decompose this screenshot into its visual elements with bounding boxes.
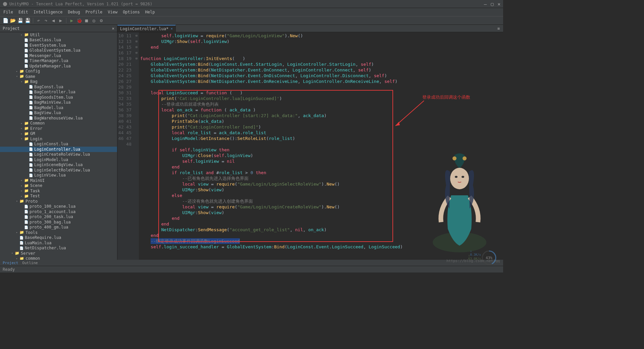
run-icon[interactable]: ▶ xyxy=(69,18,74,23)
tree-folder[interactable]: ▸📁Scene xyxy=(0,183,117,189)
tree-file[interactable]: 📄proto_300_bag.lua xyxy=(0,219,117,225)
tree-folder[interactable]: ▸📁Util xyxy=(0,32,117,38)
fold-column[interactable]: ⊟ ⊟ ⊟ ⊟ ⊟ xyxy=(134,32,139,260)
open-icon[interactable]: 📂 xyxy=(10,18,15,23)
tree-file[interactable]: 📄NetDispatcher.lua xyxy=(0,246,117,251)
tree-file[interactable]: 📄LoginConst.lua xyxy=(0,142,117,147)
line-numbers[interactable]: 10 11 12 13 14 15 16 17 18 19 20 21 22 2… xyxy=(117,32,134,260)
tab-project[interactable]: Project xyxy=(3,261,18,265)
project-tree[interactable]: ▸📁Util📄BaseClass.lua📄EventSystem.lua📄Glo… xyxy=(0,32,117,260)
editor-area: LoginController.lua* × ≡ 10 11 12 13 14 … xyxy=(117,25,503,260)
save-icon[interactable]: 💾 xyxy=(17,18,23,23)
tabs-menu-icon[interactable]: ≡ xyxy=(497,26,500,31)
tree-file[interactable]: 📄proto_200_task.lua xyxy=(0,214,117,220)
tree-file[interactable]: 📄LoginView.lua xyxy=(0,173,117,178)
toolbar: 📄 📂 💾 💾 ↶ ↷ ◀ ▶ ▶ 🐞 ■ ◎ ⚙ xyxy=(0,16,503,25)
tree-file[interactable]: 📄BagController.lua xyxy=(0,90,117,95)
tree-file[interactable]: 📄LoginSceneBgView.lua xyxy=(0,162,117,168)
menu-file[interactable]: File xyxy=(3,10,13,14)
tree-folder[interactable]: ▸📁Tools xyxy=(0,230,117,235)
tree-folder[interactable]: ▸📁GM xyxy=(0,131,117,137)
debug-icon[interactable]: 🐞 xyxy=(76,18,82,23)
bottom-tabs: Project Outline xyxy=(0,260,503,266)
menu-debug[interactable]: Debug xyxy=(68,10,80,14)
tree-file[interactable]: 📄BaseRequire.lua xyxy=(0,235,117,241)
status-bar: Ready xyxy=(0,266,503,272)
panel-close-icon[interactable]: × xyxy=(112,26,114,31)
tab-label: LoginController.lua* xyxy=(120,27,169,31)
tree-folder[interactable]: ▾📁Server xyxy=(0,251,117,256)
tree-folder[interactable]: ▸📁Error xyxy=(0,126,117,131)
tree-file[interactable]: 📄BagGoodsItem.lua xyxy=(0,95,117,100)
forward-icon[interactable]: ▶ xyxy=(58,18,63,23)
maximize-icon[interactable]: ▢ xyxy=(491,1,493,7)
project-sidebar: Project × ▸📁Util📄BaseClass.lua📄EventSyst… xyxy=(0,25,117,260)
tree-folder[interactable]: ▸📁common xyxy=(0,256,117,260)
tree-folder[interactable]: ▾📁Game xyxy=(0,74,117,79)
undo-icon[interactable]: ↶ xyxy=(36,18,41,23)
menubar: FileEditIntelligenceDebugProfileViewOpti… xyxy=(0,8,503,16)
tree-folder[interactable]: ▾📁Bag xyxy=(0,79,117,85)
watermark: https://blog.csdn.net/qq xyxy=(446,259,500,263)
tree-file[interactable]: 📄proto_1_account.lua xyxy=(0,209,117,214)
close-icon[interactable]: ✕ xyxy=(498,1,500,7)
tree-folder[interactable]: ▸📁Test xyxy=(0,194,117,199)
panel-title: Project xyxy=(3,26,20,31)
tree-folder[interactable]: ▸📁Task xyxy=(0,188,117,194)
tree-file[interactable]: 📄EventSystem.lua xyxy=(0,43,117,48)
code-body[interactable]: self.loginView = require("Game/Login/Log… xyxy=(139,32,503,260)
tree-folder[interactable]: ▸📁MainUI xyxy=(0,178,117,183)
tree-file[interactable]: 📄BaseClass.lua xyxy=(0,38,117,43)
tree-file[interactable]: 📄BagConst.lua xyxy=(0,84,117,90)
code-editor[interactable]: 10 11 12 13 14 15 16 17 18 19 20 21 22 2… xyxy=(117,32,503,260)
redo-icon[interactable]: ↷ xyxy=(43,18,49,23)
settings-icon[interactable]: ⚙ xyxy=(99,18,104,23)
minimize-icon[interactable]: — xyxy=(484,1,487,7)
tree-file[interactable]: 📄LoginController.lua xyxy=(0,147,117,152)
menu-help[interactable]: Help xyxy=(145,10,155,14)
status-text: Ready xyxy=(3,267,15,272)
tree-folder[interactable]: ▾📁Login xyxy=(0,136,117,142)
tree-file[interactable]: 📄proto_400_gm.lua xyxy=(0,225,117,230)
titlebar: UnityMMO - Tencent Lua Perfect, Version … xyxy=(0,0,503,8)
tree-file[interactable]: 📄BagMainView.lua xyxy=(0,100,117,105)
tree-file[interactable]: 📄LoginCreateRoleView.lua xyxy=(0,152,117,157)
annotation-text: 登录成功后回调这个函数 xyxy=(422,94,470,100)
editor-tabs: LoginController.lua* × ≡ xyxy=(117,25,503,32)
tab-close-icon[interactable]: × xyxy=(171,27,173,31)
window-title: UnityMMO - Tencent Lua Perfect, Version … xyxy=(9,2,152,6)
menu-profile[interactable]: Profile xyxy=(86,10,103,14)
tree-file[interactable]: 📄TimerManager.lua xyxy=(0,58,117,64)
target-icon[interactable]: ◎ xyxy=(91,18,97,23)
tree-file[interactable]: 📄LoginModel.lua xyxy=(0,157,117,162)
tree-file[interactable]: 📄UpdateManager.lua xyxy=(0,63,117,69)
menu-view[interactable]: View xyxy=(108,10,117,14)
tree-file[interactable]: 📄GlobalEventSystem.lua xyxy=(0,48,117,53)
tree-file[interactable]: 📄BagView.lua xyxy=(0,110,117,116)
tree-folder[interactable]: ▾📁Proto xyxy=(0,199,117,204)
stop-icon[interactable]: ■ xyxy=(84,18,89,23)
tree-file[interactable]: 📄Messenger.lua xyxy=(0,53,117,58)
app-logo-icon xyxy=(3,2,7,6)
tree-file[interactable]: 📄proto_100_scene.lua xyxy=(0,204,117,209)
save-all-icon[interactable]: 💾 xyxy=(25,18,30,23)
tree-folder[interactable]: ▸📁Common xyxy=(0,121,117,126)
tree-folder[interactable]: ▸📁Config xyxy=(0,69,117,74)
menu-options[interactable]: Options xyxy=(123,10,140,14)
tree-file[interactable]: 📄BagModel.lua xyxy=(0,105,117,110)
menu-edit[interactable]: Edit xyxy=(18,10,28,14)
tree-file[interactable]: 📄LuaMain.lua xyxy=(0,240,117,246)
new-file-icon[interactable]: 📄 xyxy=(3,18,8,23)
back-icon[interactable]: ◀ xyxy=(51,18,56,23)
tab-login-controller[interactable]: LoginController.lua* × xyxy=(117,25,176,32)
menu-intelligence[interactable]: Intelligence xyxy=(34,10,63,14)
tree-file[interactable]: 📄BagWarehouseView.lua xyxy=(0,115,117,121)
tab-outline[interactable]: Outline xyxy=(22,261,38,265)
svg-point-0 xyxy=(3,2,7,6)
tree-file[interactable]: 📄LoginSelectRoleView.lua xyxy=(0,167,117,173)
